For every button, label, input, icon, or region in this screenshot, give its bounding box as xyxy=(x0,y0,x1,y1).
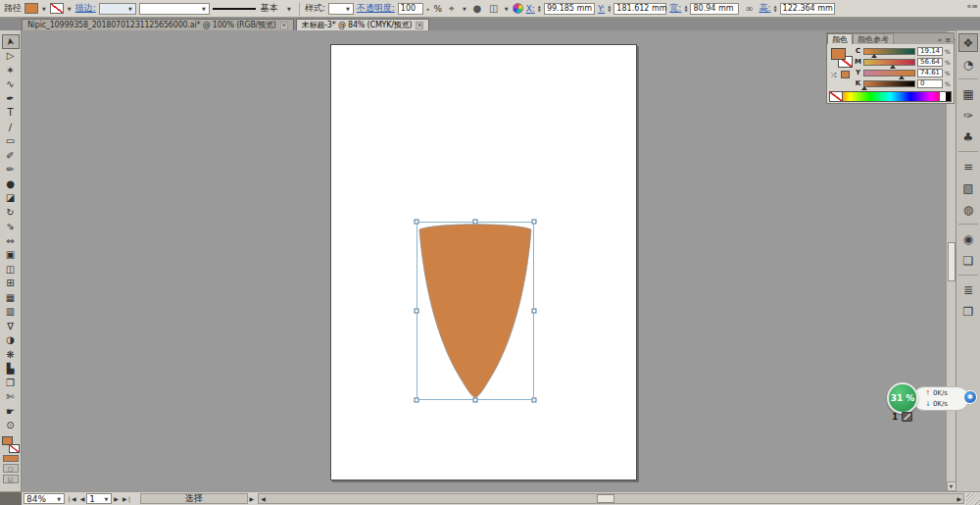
y-label[interactable]: Y: xyxy=(598,4,605,14)
scroll-left-icon[interactable]: ◀ xyxy=(259,495,268,502)
width-tool[interactable]: ⇔ xyxy=(2,233,20,248)
magic-wand-tool[interactable]: ✶ xyxy=(2,63,20,77)
eyedropper-tool[interactable]: ∇ xyxy=(2,319,20,333)
panel-collapse-icon[interactable]: » xyxy=(938,36,942,44)
downloader-badge-icon[interactable]: ✱ xyxy=(963,390,977,404)
direct-selection-tool[interactable]: ▷ xyxy=(2,49,20,64)
cyan-slider[interactable] xyxy=(863,48,915,55)
panel-fill-swatch[interactable] xyxy=(831,48,846,60)
tray-tool-icon[interactable] xyxy=(902,412,912,422)
height-field[interactable]: 122.364 mm xyxy=(780,3,835,15)
type-tool[interactable]: T xyxy=(2,106,20,121)
brushes-panel-icon[interactable]: ✑ xyxy=(958,106,978,125)
combo-dropdown-icon[interactable]: ▼ xyxy=(127,6,133,12)
zoom-dropdown-icon[interactable]: ▼ xyxy=(56,496,62,502)
stroke-weight-link[interactable]: 描边: xyxy=(75,2,96,15)
selection-handle-w[interactable] xyxy=(415,309,419,314)
transparency-panel-icon[interactable]: ◍ xyxy=(958,200,978,219)
selection-handle-e[interactable] xyxy=(532,309,537,314)
free-transform-tool[interactable]: ▣ xyxy=(2,248,20,263)
fill-dropdown-icon[interactable]: ▼ xyxy=(41,6,47,12)
tab-color-guide[interactable]: 颜色参考 xyxy=(853,33,894,44)
x-stepper[interactable]: ▲▼ xyxy=(538,5,541,13)
constrain-link-icon[interactable]: ∞ xyxy=(742,2,756,15)
magenta-value-field[interactable]: 56.64 xyxy=(917,58,943,67)
eraser-tool[interactable]: ◪ xyxy=(2,191,20,206)
status-menu-icon[interactable]: ▶ xyxy=(248,495,257,502)
width-field[interactable]: 80.94 mm xyxy=(690,3,739,15)
artboards-panel-icon[interactable]: ❐ xyxy=(958,302,978,321)
color-spectrum-bar[interactable] xyxy=(829,91,952,102)
gradient-tool[interactable]: ▥ xyxy=(2,305,20,320)
color-panel-icon[interactable]: ❖ xyxy=(958,33,978,52)
color-guide-panel-icon[interactable]: ◔ xyxy=(958,55,978,74)
first-artboard-icon[interactable]: ❘◀ xyxy=(65,495,78,502)
opacity-link[interactable]: 不透明度: xyxy=(357,2,395,15)
line-segment-tool[interactable]: ∕ xyxy=(2,120,20,134)
appearance-panel-icon[interactable]: ◉ xyxy=(958,229,978,248)
opacity-spinner-icon[interactable]: ▸ xyxy=(426,6,431,12)
selection-handle-nw[interactable] xyxy=(415,220,419,225)
black-slider-marker[interactable] xyxy=(861,86,867,90)
pencil-tool[interactable]: ✏ xyxy=(2,163,20,177)
black-value-field[interactable]: 0 xyxy=(917,79,943,88)
status-indicator[interactable]: 选择 xyxy=(140,493,248,504)
selection-tool[interactable]: ➤ xyxy=(2,34,20,49)
selection-handle-sw[interactable] xyxy=(415,398,419,403)
stroke-proxy-swatch[interactable] xyxy=(9,444,20,453)
magenta-slider-marker[interactable] xyxy=(890,65,896,69)
width-stepper[interactable]: ▲▼ xyxy=(684,5,687,13)
rectangle-tool[interactable]: ▭ xyxy=(2,134,20,149)
selection-handle-se[interactable] xyxy=(532,398,537,403)
fill-stroke-proxy[interactable] xyxy=(2,436,20,453)
zoom-tool[interactable]: ⊙ xyxy=(2,419,20,433)
pen-tool[interactable]: ✒ xyxy=(2,91,20,106)
perspective-grid-tool[interactable]: ⊞ xyxy=(2,277,20,291)
tab-color[interactable]: 颜色 xyxy=(827,33,853,44)
close-icon[interactable]: ✕ xyxy=(280,22,288,29)
cyan-slider-marker[interactable] xyxy=(871,54,877,58)
horizontal-scrollbar[interactable]: ◀ ▶ xyxy=(258,493,964,504)
panel-fill-stroke-proxy[interactable]: ⤭ xyxy=(829,46,855,83)
swatches-panel-icon[interactable]: ▦ xyxy=(958,84,978,103)
document-tab-nipic[interactable]: Nipic_10999358_20180701231125656000.ai* … xyxy=(22,19,294,30)
white-black-swatch[interactable] xyxy=(939,92,951,101)
x-label[interactable]: X: xyxy=(526,4,535,14)
hand-tool[interactable]: ☛ xyxy=(2,404,20,419)
select-similar-icon[interactable]: ⌖ xyxy=(445,2,459,15)
stroke-panel-icon[interactable]: ≡ xyxy=(958,157,978,176)
screen-mode-button[interactable]: ◱ xyxy=(3,475,19,483)
panel-menu-icon[interactable]: ≡ xyxy=(945,36,951,44)
color-mode-swatch[interactable] xyxy=(3,455,19,462)
height-label[interactable]: 高: xyxy=(759,2,770,15)
magenta-slider[interactable] xyxy=(863,59,915,66)
stroke-weight-combo[interactable]: ▼ xyxy=(99,3,136,15)
artboard-dropdown-icon[interactable]: ▼ xyxy=(103,496,109,502)
vertical-scroll-thumb[interactable] xyxy=(948,242,956,281)
prev-artboard-icon[interactable]: ◀ xyxy=(78,495,87,502)
column-graph-tool[interactable]: ▙ xyxy=(2,362,20,377)
y-field[interactable]: 181.612 mm xyxy=(613,3,666,15)
height-stepper[interactable]: ▲▼ xyxy=(774,5,777,13)
stroke-color-swatch[interactable] xyxy=(50,3,64,14)
cyan-value-field[interactable]: 19.14 xyxy=(917,47,943,56)
gradient-panel-icon[interactable]: ▧ xyxy=(958,178,978,197)
recolor-artwork-icon[interactable] xyxy=(513,3,523,14)
lasso-tool[interactable]: ∿ xyxy=(2,77,20,92)
black-slider[interactable] xyxy=(863,80,915,87)
select-similar-dropdown-icon[interactable]: ▼ xyxy=(462,6,467,12)
selection-handle-s[interactable] xyxy=(473,398,478,403)
artboard-tool[interactable]: ❐ xyxy=(2,376,20,390)
mesh-tool[interactable]: ▦ xyxy=(2,290,20,305)
selection-handle-n[interactable] xyxy=(473,220,478,225)
scroll-right-icon[interactable]: ▶ xyxy=(955,495,963,502)
artboard-number-combo[interactable]: 1 ▼ xyxy=(86,493,112,504)
opacity-field[interactable]: 100 xyxy=(398,3,423,15)
y-stepper[interactable]: ▲▼ xyxy=(608,5,611,13)
horizontal-scroll-thumb[interactable] xyxy=(597,494,614,503)
zoom-level-combo[interactable]: 84% ▼ xyxy=(24,493,65,504)
align-icon[interactable]: ◫ xyxy=(487,2,501,15)
scroll-down-icon[interactable]: ▼ xyxy=(947,481,956,491)
fill-proxy-swatch[interactable] xyxy=(2,436,13,445)
scale-tool[interactable]: ⇘ xyxy=(2,220,20,234)
